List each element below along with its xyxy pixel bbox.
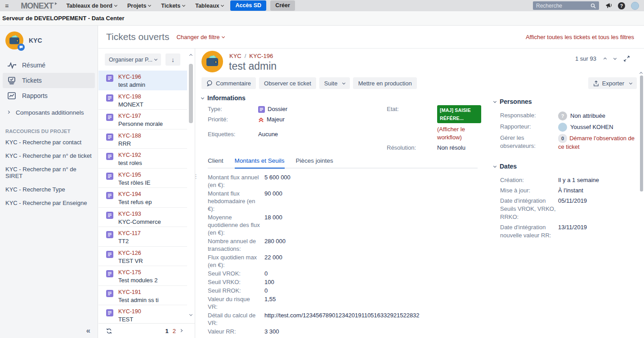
ticket-row[interactable]: KYC-117 TT2	[98, 227, 187, 247]
ticket-row[interactable]: KYC-194 Test refus ep	[98, 188, 187, 208]
scroll-down-icon[interactable]	[188, 314, 194, 319]
list-toolbar: Organiser par P... ↓	[98, 49, 195, 71]
next-page-icon[interactable]	[179, 329, 183, 332]
sidebar-item-rapports[interactable]: Rapports	[3, 88, 95, 103]
start-watching-link[interactable]: Démarre l'observation de ce ticket	[558, 135, 635, 150]
scroll-up-icon[interactable]	[188, 54, 194, 59]
ticket-key: KYC-175	[118, 268, 185, 276]
ticket-row[interactable]: KYC-188 RRR	[98, 129, 187, 149]
environment-banner: Serveur de DEVELOPPEMENT - Data Center	[0, 11, 644, 26]
issue-type-dossier-icon	[106, 173, 113, 180]
refresh-icon[interactable]	[106, 328, 112, 334]
create-button[interactable]: Créer	[270, 0, 295, 10]
shortcut-recherche-type[interactable]: KYC - Recherche Type	[0, 183, 98, 196]
chevron-down-icon	[154, 58, 157, 61]
informations-section-header[interactable]: Informations	[201, 93, 481, 102]
menu-projects[interactable]: Projets	[127, 3, 151, 9]
search-input[interactable]	[536, 3, 589, 9]
breadcrumb-ticket-link[interactable]: KYC-196	[249, 53, 273, 59]
page-1[interactable]: 1	[165, 328, 169, 334]
show-all-filters-link[interactable]: Afficher toutes les tickets et tous les …	[526, 34, 634, 40]
status-badge[interactable]: [MAJ] SAISIE RÉFÉRE...	[437, 105, 481, 123]
shortcut-recherche-siret[interactable]: KYC - Recherche par n° de SIRET	[0, 163, 98, 183]
reporter-value[interactable]: Youssef KOHEN	[570, 123, 613, 131]
access-sd-button[interactable]: Accès SD	[230, 0, 266, 10]
more-actions-button[interactable]: Suite	[319, 77, 350, 89]
page-2[interactable]: 2	[173, 328, 176, 334]
breadcrumb: KYC / KYC-196	[229, 53, 273, 59]
watchers-count-badge: 0	[558, 134, 567, 143]
sidebar-item-addons[interactable]: Composants additionnels	[0, 105, 98, 120]
ticket-title: Test refus ep	[118, 197, 185, 205]
ticket-row[interactable]: KYC-192 test roles	[98, 149, 187, 169]
ticket-title: Test admin ss ti	[118, 295, 185, 303]
top-navbar: ≡ MONEXT Tableaux de bord Projets Ticket…	[0, 0, 644, 11]
sort-direction-button[interactable]: ↓	[165, 53, 180, 66]
field-row: Valeur du risque VR:1,55	[208, 295, 481, 311]
watchers-row: Gérer les observateurs: 0Démarre l'obser…	[494, 133, 638, 152]
ticket-row[interactable]: KYC-198 MONEXT	[98, 90, 187, 110]
issue-type-dossier-icon	[106, 290, 113, 297]
vr-detail-url-link[interactable]: http://test.com/123456789012342019110516…	[264, 311, 481, 327]
ticket-row[interactable]: KYC-191 Test admin ss ti	[98, 286, 187, 306]
issue-type-dossier-icon	[106, 212, 113, 219]
breadcrumb-project-link[interactable]: KYC	[229, 53, 242, 59]
sidebar-item-label: Composants additionnels	[16, 109, 84, 116]
list-scrollbar-thumb[interactable]	[189, 64, 193, 123]
ticket-toolbar: Commentaire Observer ce ticket Suite Met…	[201, 77, 637, 89]
monext-logo[interactable]: MONEXT	[21, 2, 57, 10]
meta-column: Personnes Responsable: ? Non attribuée R…	[494, 93, 638, 240]
tab-montants-et-seuils[interactable]: Montants et Seuils	[235, 157, 285, 169]
expand-icon[interactable]	[624, 56, 630, 62]
ticket-row[interactable]: KYC-126 TEST VR	[98, 247, 187, 267]
ticket-detail-panel: KYC / KYC-196 test admin 1 sur 93 Commen…	[196, 49, 644, 338]
ticket-key: KYC-196	[118, 73, 185, 80]
sidebar-item-resume[interactable]: Résumé	[3, 58, 95, 73]
ticket-list: KYC-196 test admin KYC-198 MONEXT KYC-19…	[98, 71, 187, 323]
menu-boards[interactable]: Tableaux	[195, 3, 224, 9]
people-section-header[interactable]: Personnes	[494, 97, 638, 106]
user-avatar[interactable]	[631, 2, 639, 10]
hamburger-menu-icon[interactable]: ≡	[5, 3, 9, 9]
menu-dashboards[interactable]: Tableaux de bord	[66, 3, 117, 9]
chevron-down-icon	[629, 81, 632, 84]
shortcut-recherche-enseigne[interactable]: KYC - Recherche par Enseigne	[0, 196, 98, 210]
issue-type-dossier-icon	[106, 114, 113, 121]
export-icon	[593, 80, 599, 86]
shortcut-recherche-ticket[interactable]: KYC - Recherche par n° de ticket	[0, 149, 98, 163]
field-row: Montant flux hebdomadaire (en €):90 000	[208, 189, 481, 213]
watch-ticket-button[interactable]: Observer ce ticket	[259, 77, 316, 89]
issue-type-dossier-icon	[106, 133, 113, 141]
updated-row: Mise à jour: À l'instant	[494, 185, 638, 196]
ticket-row[interactable]: KYC-175 Test modules 2	[98, 266, 187, 286]
field-row: Seuil VRKO:100	[208, 278, 481, 286]
ticket-row[interactable]: KYC-195 Test rôles IE	[98, 169, 187, 188]
ticket-row[interactable]: KYC-196 test admin	[98, 71, 187, 90]
project-name[interactable]: KYC	[29, 37, 42, 44]
assignee-value: Non attribuée	[570, 112, 605, 120]
put-in-production-button[interactable]: Mettre en production	[353, 77, 416, 89]
sidebar-collapse-icon[interactable]: «	[86, 326, 90, 335]
ticket-row[interactable]: KYC-190 TEST	[98, 305, 187, 323]
previous-ticket-icon[interactable]	[604, 58, 607, 61]
sidebar-item-tickets[interactable]: Tickets	[3, 73, 95, 88]
sort-by-button[interactable]: Organiser par P...	[105, 53, 161, 66]
page-scrollbar-thumb[interactable]	[640, 76, 643, 191]
panel-resize-handle[interactable]: ⋮	[193, 175, 199, 178]
shortcut-recherche-contact[interactable]: KYC - Recherche par contact	[0, 136, 98, 149]
page-scroll-up-icon[interactable]	[640, 69, 642, 76]
change-filter-link[interactable]: Changer de filtre	[176, 34, 224, 40]
issue-type-dossier-icon	[106, 153, 113, 160]
tab-pieces-jointes[interactable]: Pièces jointes	[296, 157, 333, 168]
ticket-row[interactable]: KYC-197 Personne morale	[98, 110, 187, 129]
comment-button[interactable]: Commentaire	[201, 77, 256, 89]
next-ticket-icon[interactable]	[613, 57, 617, 60]
show-workflow-link[interactable]: (Afficher le workflow)	[437, 125, 481, 142]
tab-client[interactable]: Client	[208, 157, 224, 168]
ticket-row[interactable]: KYC-193 KYC-Commerce	[98, 208, 187, 227]
dates-section-header[interactable]: Dates	[494, 162, 638, 171]
menu-tickets[interactable]: Tickets	[161, 3, 185, 9]
export-button[interactable]: Exporter	[588, 77, 637, 89]
help-icon[interactable]: ?	[618, 2, 625, 9]
announcement-icon[interactable]	[605, 3, 612, 9]
